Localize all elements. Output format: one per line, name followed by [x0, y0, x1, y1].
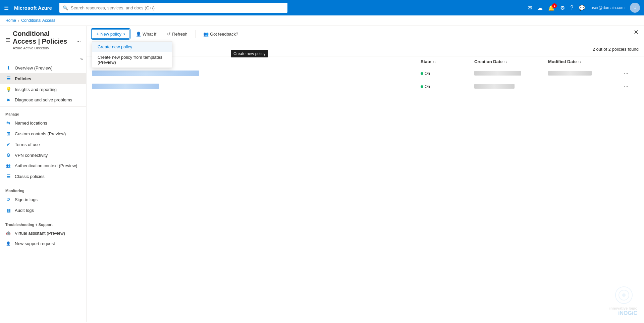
- sidebar-item-named-locations[interactable]: ⇆ Named locations: [0, 118, 86, 128]
- sidebar-label-auth-context: Authentication context (Preview): [15, 163, 77, 168]
- sidebar-item-policies[interactable]: ☰ Policies: [0, 73, 86, 84]
- more-options-icon[interactable]: ...: [76, 37, 81, 43]
- plus-icon: +: [96, 31, 99, 37]
- topbar-hamburger-icon[interactable]: ☰: [4, 5, 9, 11]
- virtual-assistant-icon: 🤖: [5, 231, 11, 235]
- new-policy-dropdown-menu: Create new policy Create new policy from…: [92, 41, 172, 68]
- actions-cell-2: ···: [622, 83, 639, 90]
- create-new-policy-item[interactable]: Create new policy: [92, 42, 172, 52]
- col-header-creation-date[interactable]: Creation Date ↑↓: [474, 59, 548, 64]
- content-area: + New policy ▾ Create new policy Create …: [87, 26, 644, 322]
- toolbar: + New policy ▾ Create new policy Create …: [87, 26, 644, 42]
- sidebar-item-custom-controls[interactable]: ⊞ Custom controls (Preview): [0, 128, 86, 139]
- sidebar-item-new-support[interactable]: 👤 New support request: [0, 238, 86, 249]
- sidebar-label-vpn: VPN connectivity: [15, 153, 48, 158]
- create-from-templates-item[interactable]: Create new policy from templates (Previe…: [92, 52, 172, 67]
- refresh-button[interactable]: ↺ Refresh: [163, 30, 192, 39]
- table-row: On ···: [87, 80, 644, 93]
- topbar-icons: ✉ ☁ 🔔 1 ⚙ ? 💬 user@domain.com U: [528, 3, 640, 13]
- main-layout: ☰ Conditional Access | Policies Azure Ac…: [0, 26, 644, 322]
- policies-count: 2 out of 2 policies found: [593, 47, 639, 52]
- sidebar: ☰ Conditional Access | Policies Azure Ac…: [0, 26, 87, 322]
- refresh-label: Refresh: [172, 32, 187, 37]
- notification-badge: 1: [552, 3, 557, 8]
- page-title: Conditional Access | Policies: [13, 30, 74, 45]
- close-icon[interactable]: ✕: [634, 29, 639, 36]
- sidebar-section-troubleshooting: Troubleshooting + Support: [0, 219, 86, 228]
- sidebar-label-diagnose: Diagnose and solve problems: [15, 97, 72, 102]
- sidebar-divider-1: [0, 106, 86, 107]
- sidebar-label-classic-policies: Classic policies: [15, 174, 45, 179]
- sidebar-item-audit-logs[interactable]: ▦ Audit logs: [0, 205, 86, 216]
- topbar-logo: Microsoft Azure: [14, 5, 52, 11]
- what-if-button[interactable]: 👤 What If: [131, 30, 161, 39]
- sign-in-logs-icon: ↺: [5, 197, 11, 202]
- close-button-container: ✕: [634, 29, 639, 36]
- watermark: innovative logic iNOGiC: [609, 285, 637, 316]
- breadcrumb-current[interactable]: Conditional Access: [21, 18, 55, 23]
- row-actions-button-1[interactable]: ···: [622, 70, 630, 77]
- state-dot-2: [421, 85, 423, 88]
- sort-state-icon: ↑↓: [433, 60, 436, 63]
- col-header-modified-date-label: Modified Date: [548, 59, 577, 64]
- sidebar-item-vpn[interactable]: ⚙ VPN connectivity: [0, 150, 86, 160]
- search-icon: 🔍: [63, 5, 68, 10]
- diagnose-icon: ✖: [5, 98, 11, 102]
- sidebar-item-auth-context[interactable]: 👥 Authentication context (Preview): [0, 160, 86, 171]
- sidebar-section-manage: Manage: [0, 108, 86, 118]
- row-actions-button-2[interactable]: ···: [622, 83, 630, 90]
- settings-icon[interactable]: ⚙: [560, 5, 565, 11]
- sidebar-divider-3: [0, 217, 86, 217]
- new-policy-button[interactable]: + New policy ▾: [92, 29, 129, 39]
- sidebar-item-insights[interactable]: 💡 Insights and reporting: [0, 84, 86, 95]
- feedback-icon[interactable]: ☁: [537, 5, 543, 11]
- sidebar-item-overview[interactable]: ℹ Overview (Preview): [0, 62, 86, 73]
- sidebar-label-new-support: New support request: [15, 241, 55, 246]
- policy-name-blurred-1: [92, 71, 199, 76]
- collapse-sidebar-button[interactable]: «: [80, 56, 83, 61]
- topbar-username[interactable]: user@domain.com: [591, 5, 625, 10]
- sidebar-hamburger-icon[interactable]: ☰: [5, 37, 10, 43]
- sidebar-item-terms-of-use[interactable]: ✔ Terms of use: [0, 139, 86, 150]
- sidebar-label-terms: Terms of use: [15, 142, 40, 147]
- creation-date-blurred-2: [474, 84, 515, 89]
- avatar[interactable]: U: [630, 3, 640, 13]
- new-policy-dropdown-container: + New policy ▾ Create new policy Create …: [92, 29, 129, 39]
- notification-icon[interactable]: 🔔 1: [548, 5, 555, 11]
- auth-context-icon: 👥: [5, 164, 11, 168]
- table-row: On ···: [87, 67, 644, 80]
- sidebar-item-classic-policies[interactable]: ☰ Classic policies: [0, 171, 86, 182]
- email-icon[interactable]: ✉: [528, 5, 532, 11]
- chat-icon[interactable]: 💬: [579, 5, 585, 11]
- tooltip: Create new policy: [231, 50, 268, 57]
- topbar: ☰ Microsoft Azure 🔍 ✉ ☁ 🔔 1 ⚙ ? 💬 user@d…: [0, 0, 644, 15]
- audit-logs-icon: ▦: [5, 207, 11, 213]
- new-support-icon: 👤: [5, 241, 11, 246]
- policy-name-cell-1[interactable]: [92, 71, 421, 77]
- got-feedback-button[interactable]: 👥 Got feedback?: [199, 30, 243, 39]
- sidebar-item-sign-in-logs[interactable]: ↺ Sign-in logs: [0, 194, 86, 205]
- sidebar-label-custom-controls: Custom controls (Preview): [15, 131, 66, 136]
- sidebar-label-policies: Policies: [15, 76, 31, 81]
- insights-icon: 💡: [5, 87, 11, 92]
- breadcrumb-home[interactable]: Home: [5, 18, 16, 23]
- search-input[interactable]: [71, 5, 284, 10]
- topbar-search-container: 🔍: [59, 3, 287, 13]
- new-policy-label: New policy: [100, 32, 121, 37]
- refresh-icon: ↺: [167, 32, 171, 37]
- toolbar-separator: [195, 30, 196, 38]
- sidebar-item-virtual-assistant[interactable]: 🤖 Virtual assistant (Preview): [0, 228, 86, 238]
- what-if-icon: 👤: [136, 32, 141, 37]
- col-header-actions: [622, 59, 639, 64]
- policy-name-cell-2[interactable]: [92, 84, 421, 90]
- terms-icon: ✔: [5, 142, 11, 147]
- sidebar-item-diagnose[interactable]: ✖ Diagnose and solve problems: [0, 95, 86, 105]
- sidebar-label-audit-logs: Audit logs: [15, 208, 34, 213]
- sidebar-label-virtual-assistant: Virtual assistant (Preview): [15, 231, 65, 236]
- overview-icon: ℹ: [5, 65, 11, 71]
- help-icon[interactable]: ?: [570, 5, 573, 11]
- col-header-modified-date[interactable]: Modified Date ↑↓: [548, 59, 622, 64]
- page-header: ☰ Conditional Access | Policies Azure Ac…: [0, 26, 86, 53]
- col-header-state[interactable]: State ↑↓: [421, 59, 474, 64]
- breadcrumb-sep: ›: [18, 19, 19, 22]
